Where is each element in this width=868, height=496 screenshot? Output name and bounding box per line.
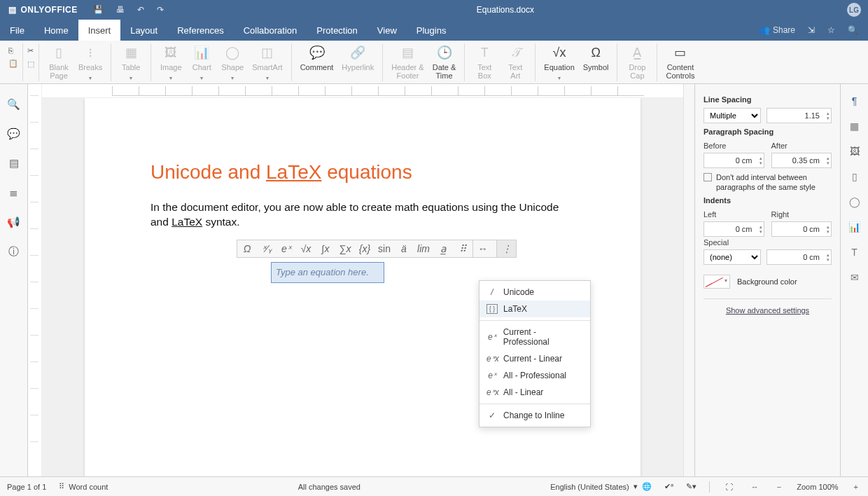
shape-button[interactable]: ◯Shape▾ [217,43,248,84]
open-location-icon[interactable]: ⇲ [808,25,815,35]
outline-icon[interactable]: ≣ [9,186,18,199]
comments-icon[interactable]: 💬 [7,128,20,140]
document-title: Equations.docx [164,5,847,15]
eq-large-op[interactable]: ∑x [335,240,355,257]
equation-button[interactable]: √xEquation▾ [540,43,578,84]
eq-limit[interactable]: lim [414,240,433,257]
spacing-before[interactable]: 0 cm [704,153,764,168]
chart-tab-icon[interactable]: 📊 [848,221,860,233]
app-logo: ▤ ONLYOFFICE [0,5,86,15]
image-tab-icon[interactable]: 🖼 [850,146,860,157]
date-time-button[interactable]: 🕒Date & Time [428,43,461,81]
eq-more-button[interactable]: ⋮ [496,240,516,257]
heading-1: Unicode and LaTeX equations [150,161,575,184]
zoom-label[interactable]: Zoom 100% [797,483,838,491]
eq-matrix[interactable]: ⠿ [453,240,472,257]
eq-radical[interactable]: √x [296,240,316,257]
special-indent-mode[interactable]: (none) [704,249,761,265]
search-icon[interactable]: 🔍 [848,25,858,35]
page-indicator[interactable]: Page 1 of 1 [7,483,46,491]
hyperlink-button[interactable]: 🔗Hyperlink [337,43,378,73]
fit-width-icon[interactable]: ↔ [748,483,762,491]
redo-icon[interactable]: ↷ [157,5,164,15]
dd-latex[interactable]: { }LaTeX [479,301,590,317]
spellcheck-icon[interactable]: ✔ᵃ [664,482,673,491]
blank-page-button[interactable]: ▯Blank Page [43,43,74,81]
menu-view[interactable]: View [368,20,407,41]
save-status: All changes saved [298,483,360,491]
special-indent-value[interactable]: 0 cm [766,249,832,265]
eq-fraction[interactable]: ˣ⁄ᵧ [257,240,276,257]
indent-left[interactable]: 0 cm [704,221,764,237]
dd-all-linear[interactable]: eˣxAll - Linear [479,384,590,401]
title-bar: ▤ ONLYOFFICE 💾 🖶 ↶ ↷ Equations.docx LG [0,0,868,20]
dd-all-professional[interactable]: eˣAll - Professional [479,367,590,384]
about-icon[interactable]: ⓘ [8,245,19,259]
fit-page-icon[interactable]: ⛶ [722,483,736,491]
indent-right[interactable]: 0 cm [771,221,832,237]
menu-references[interactable]: References [167,20,233,41]
language-selector[interactable]: English (United States) ▾ 🌐 [550,482,652,491]
vertical-ruler [28,84,42,476]
chart-button[interactable]: 📊Chart▾ [186,43,217,84]
dd-unicode[interactable]: /Unicode [479,284,590,301]
track-changes-icon[interactable]: ✎▾ [686,482,696,491]
image-button[interactable]: 🖼Image▾ [155,43,186,84]
table-tab-icon[interactable]: ▦ [850,120,859,132]
undo-icon[interactable]: ↶ [137,5,144,15]
headers-icon[interactable]: ▤ [9,157,19,170]
menu-insert[interactable]: Insert [78,20,121,41]
line-spacing-mode[interactable]: Multiple [704,108,761,123]
menu-protection[interactable]: Protection [307,20,368,41]
dd-current-linear[interactable]: eˣxCurrent - Linear [479,350,590,367]
eq-accent[interactable]: ä [394,240,414,257]
find-icon[interactable]: 🔍 [7,98,20,111]
smartart-button[interactable]: ◫SmartArt▾ [248,43,286,84]
menu-collaboration[interactable]: Collaboration [234,20,307,41]
eq-symbol-omega[interactable]: Ω [237,240,257,257]
dd-current-professional[interactable]: eˣCurrent - Professional [479,324,590,350]
symbol-button[interactable]: ΩSymbol [579,43,613,73]
favorite-icon[interactable]: ☆ [827,25,835,35]
menu-home[interactable]: Home [34,20,78,41]
menu-file[interactable]: File [0,20,34,41]
print-icon[interactable]: 🖶 [116,5,125,15]
eq-integral[interactable]: ∫x [316,240,335,257]
show-advanced-link[interactable]: Show advanced settings [704,298,832,315]
textart-tab-icon[interactable]: T [851,247,858,258]
eq-operator[interactable]: a̲ [433,240,453,257]
bg-color-swatch[interactable] [704,275,730,289]
dd-change-inline[interactable]: ✓Change to Inline [479,407,590,424]
mail-tab-icon[interactable]: ✉ [850,272,859,283]
copy-button[interactable]: ⎘ [8,46,13,55]
same-style-checkbox[interactable]: Don't add interval between paragraphs of… [704,172,832,192]
zoom-in-icon[interactable]: + [851,483,861,491]
cut-button[interactable]: ✂ [27,46,34,55]
line-spacing-value[interactable]: 1.15 [766,108,832,123]
vertical-scrollbar[interactable] [683,84,694,476]
shape-tab-icon[interactable]: ◯ [849,196,860,207]
table-button[interactable]: ▦Table▾ [115,43,146,84]
eq-bracket[interactable]: {x} [355,240,374,257]
menu-plugins[interactable]: Plugins [407,20,456,41]
breaks-button[interactable]: ⫶Breaks▾ [74,43,106,84]
select-button[interactable]: ⬚ [27,60,34,69]
word-count[interactable]: ⠿Word count [59,482,108,491]
menu-layout[interactable]: Layout [120,20,167,41]
paste-button[interactable]: 📋 [8,59,18,68]
eq-function[interactable]: sin [374,240,394,257]
headerfooter-tab-icon[interactable]: ▯ [852,171,858,182]
eq-arrows[interactable]: ↔ [472,240,492,257]
save-icon[interactable]: 💾 [93,5,104,15]
equation-input[interactable]: Type an equation here. [271,262,384,283]
share-button[interactable]: 👥 Share [760,25,795,35]
spacing-after[interactable]: 0.35 cm [771,153,832,168]
paragraph-tab-icon[interactable]: ¶ [852,95,858,106]
feedback-icon[interactable]: 📢 [7,216,20,228]
comment-button[interactable]: 💬Comment [296,43,338,73]
horizontal-ruler [42,84,683,98]
zoom-out-icon[interactable]: − [774,483,784,491]
user-avatar[interactable]: LG [847,3,861,17]
line-spacing-label: Line Spacing [704,95,832,104]
eq-script[interactable]: eˣ [276,240,296,257]
